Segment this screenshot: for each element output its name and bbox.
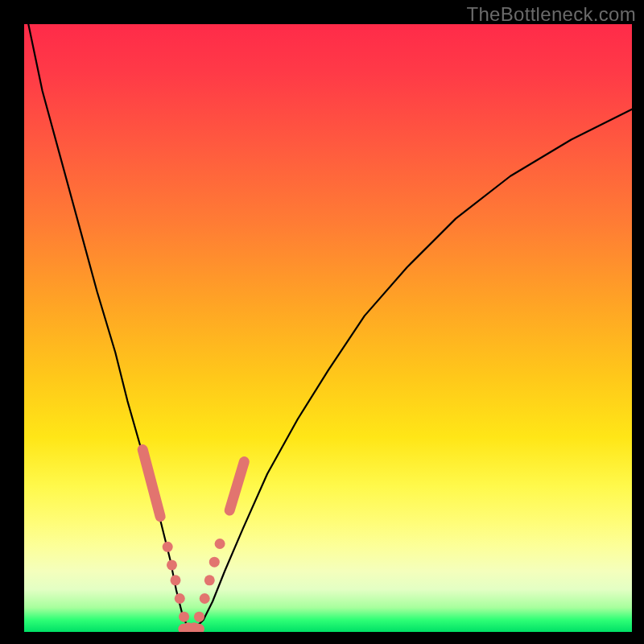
curve-marker	[171, 575, 181, 585]
curve-marker	[215, 539, 225, 549]
curve-marker	[175, 593, 185, 604]
bottleneck-curve-svg	[24, 24, 632, 632]
marker-group	[142, 450, 244, 633]
chart-frame: TheBottleneck.com	[0, 0, 644, 644]
curve-marker	[167, 559, 177, 570]
curve-marker	[200, 593, 210, 604]
curve-marker-capsule	[229, 462, 244, 510]
curve-marker	[179, 612, 189, 622]
curve-marker	[163, 542, 173, 552]
curve-marker-capsule	[142, 450, 160, 517]
curve-marker	[194, 612, 204, 622]
curve-marker	[209, 557, 220, 568]
bottleneck-curve	[28, 24, 632, 629]
watermark-text: TheBottleneck.com	[466, 3, 636, 26]
plot-area	[24, 24, 632, 632]
curve-marker	[204, 575, 215, 585]
